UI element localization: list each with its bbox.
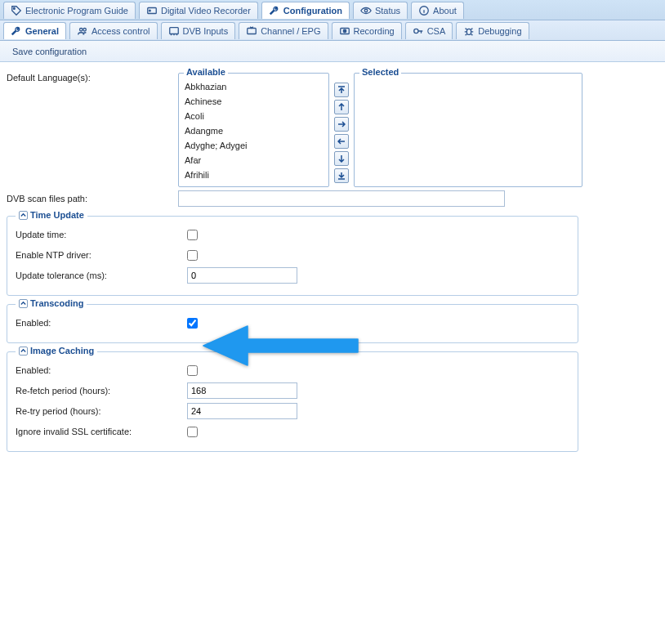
list-item[interactable]: Afrihili	[181, 168, 326, 182]
subtab-recording[interactable]: Recording	[332, 22, 402, 39]
transcoding-enabled-label: Enabled:	[16, 318, 187, 328]
list-item[interactable]: Abkhazian	[181, 79, 326, 94]
dvb-scan-path-input[interactable]	[178, 190, 505, 207]
move-top-button[interactable]	[334, 83, 349, 97]
add-button[interactable]	[334, 117, 349, 132]
collapse-icon[interactable]	[19, 299, 28, 308]
save-label: Save configuration	[12, 47, 87, 56]
retry-period-input[interactable]	[187, 403, 297, 419]
imagecache-enabled-label: Enabled:	[16, 365, 187, 375]
ignore-ssl-checkbox[interactable]	[187, 427, 198, 437]
selected-items	[355, 79, 582, 186]
selected-list[interactable]: Selected	[354, 73, 582, 187]
group-legend-text: Time Update	[30, 210, 84, 220]
available-legend: Available	[184, 67, 228, 77]
general-form: Default Language(s): Available Abkhazian…	[0, 62, 665, 468]
group-legend-text: Image Caching	[30, 346, 94, 356]
card-icon	[168, 25, 180, 37]
refetch-period-label: Re-fetch period (hours):	[16, 386, 187, 396]
remove-button[interactable]	[334, 134, 349, 149]
svg-point-6	[83, 28, 87, 31]
wrench-icon	[269, 5, 280, 16]
list-item[interactable]: Acoli	[181, 109, 326, 123]
subtab-label: Access control	[91, 26, 150, 36]
tv-icon	[246, 25, 257, 37]
svg-rect-7	[169, 27, 178, 34]
tab-label: Configuration	[283, 6, 342, 16]
svg-point-3	[364, 9, 368, 12]
subtab-label: DVB Inputs	[183, 26, 229, 36]
tab-label: About	[433, 6, 457, 16]
svg-rect-8	[248, 28, 257, 34]
update-time-label: Update time:	[16, 230, 187, 239]
refetch-period-input[interactable]	[187, 382, 297, 399]
subtab-dvb-inputs[interactable]: DVB Inputs	[161, 22, 236, 39]
subtab-access-control[interactable]: Access control	[69, 22, 158, 39]
svg-point-5	[79, 28, 83, 31]
collapse-icon[interactable]	[19, 347, 28, 356]
move-bottom-button[interactable]	[334, 168, 349, 183]
tab-status[interactable]: Status	[353, 2, 408, 19]
update-tolerance-input[interactable]	[187, 267, 297, 284]
subtab-label: Recording	[354, 26, 395, 36]
list-item[interactable]: Achinese	[181, 94, 326, 109]
svg-point-0	[14, 7, 16, 9]
rec-icon	[339, 25, 350, 37]
subtab-general[interactable]: General	[3, 22, 66, 39]
key-icon	[413, 25, 424, 37]
tab-dvr[interactable]: Digital Video Recorder	[139, 2, 258, 19]
group-legend: Transcoding	[16, 298, 87, 308]
collapse-icon[interactable]	[19, 211, 28, 220]
sub-tab-bar: General Access control DVB Inputs Channe…	[0, 20, 665, 41]
tab-configuration[interactable]: Configuration	[261, 2, 350, 19]
top-tab-bar: Electronic Program Guide Digital Video R…	[0, 0, 665, 20]
subtab-label: Debugging	[478, 26, 521, 36]
save-configuration-button[interactable]: Save configuration	[3, 43, 92, 60]
transcoding-enabled-checkbox[interactable]	[187, 318, 198, 329]
wrench-icon	[11, 25, 22, 37]
list-item[interactable]: Afar	[181, 153, 326, 168]
selected-legend: Selected	[359, 67, 401, 77]
enable-ntp-checkbox[interactable]	[187, 250, 198, 261]
svg-point-2	[149, 10, 150, 11]
info-icon	[418, 5, 430, 16]
subtab-csa[interactable]: CSA	[405, 22, 453, 39]
tab-label: Electronic Program Guide	[25, 6, 128, 16]
tab-label: Digital Video Recorder	[161, 6, 251, 16]
svg-point-10	[343, 29, 346, 33]
enable-ntp-label: Enable NTP driver:	[16, 250, 187, 260]
tab-epg[interactable]: Electronic Program Guide	[3, 2, 136, 19]
group-legend: Image Caching	[16, 346, 97, 356]
subtab-debugging[interactable]: Debugging	[456, 22, 529, 39]
dvb-scan-path-label: DVB scan files path:	[7, 194, 178, 203]
bug-icon	[463, 25, 475, 37]
eye-icon	[360, 5, 372, 16]
move-up-button[interactable]	[334, 100, 349, 114]
users-icon	[77, 25, 88, 37]
retry-period-label: Re-try period (hours):	[16, 406, 187, 416]
subtab-label: CSA	[427, 26, 446, 36]
update-tolerance-label: Update tolerance (ms):	[16, 271, 187, 280]
available-list[interactable]: Available Abkhazian Achinese Acoli Adang…	[178, 73, 329, 187]
time-update-group: Time Update Update time: Enable NTP driv…	[7, 216, 578, 296]
group-legend-text: Transcoding	[30, 298, 83, 308]
update-time-checkbox[interactable]	[187, 230, 198, 240]
default-language-label: Default Language(s):	[7, 73, 178, 83]
tab-label: Status	[375, 6, 400, 16]
subtab-label: Channel / EPG	[261, 26, 320, 36]
imagecache-enabled-checkbox[interactable]	[187, 365, 198, 376]
svg-point-11	[413, 29, 417, 33]
list-item[interactable]: Adyghe; Adygei	[181, 138, 326, 153]
subtab-channel-epg[interactable]: Channel / EPG	[239, 22, 328, 39]
tab-about[interactable]: About	[411, 2, 464, 19]
toolbar: Save configuration	[0, 41, 665, 62]
svg-point-12	[467, 29, 471, 34]
image-caching-group: Image Caching Enabled: Re-fetch period (…	[7, 351, 578, 452]
available-items: Abkhazian Achinese Acoli Adangme Adyghe;…	[179, 79, 328, 186]
dvr-icon	[146, 5, 158, 16]
move-down-button[interactable]	[334, 151, 349, 166]
list-item[interactable]: Adangme	[181, 123, 326, 138]
selector-buttons	[334, 73, 349, 187]
subtab-label: General	[25, 26, 59, 36]
tag-icon	[11, 5, 22, 16]
